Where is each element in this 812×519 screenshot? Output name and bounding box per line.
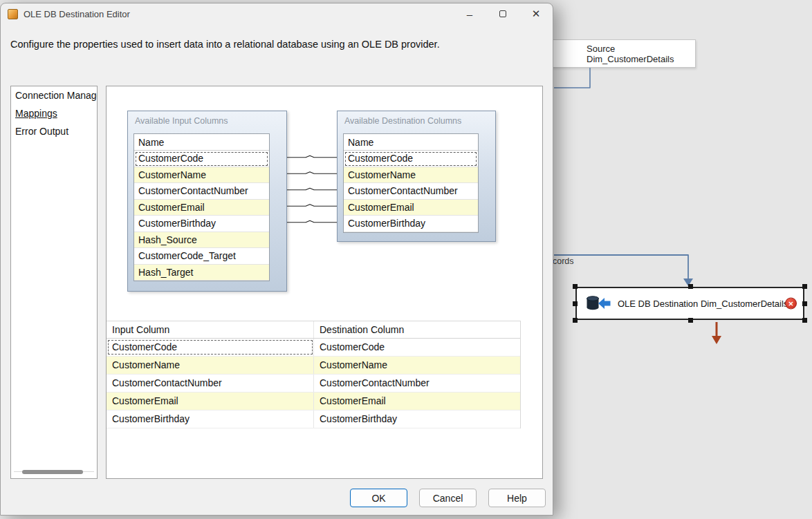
available-destination-columns-title: Available Destination Columns: [338, 111, 495, 126]
mapping-table-header-row: Input Column Destination Column: [107, 321, 520, 339]
mapping-connector-line[interactable]: [287, 188, 337, 190]
selection-handle[interactable]: [688, 284, 693, 289]
help-button[interactable]: Help: [488, 489, 546, 507]
destination-column-row[interactable]: CustomerContactNumber: [344, 183, 478, 200]
minimize-button[interactable]: –: [453, 3, 486, 24]
dialog-titlebar[interactable]: OLE DB Destination Editor – ✕: [1, 3, 553, 24]
destination-column-row[interactable]: CustomerName: [344, 167, 478, 184]
input-columns-list: Name CustomerCode CustomerName CustomerC…: [133, 133, 270, 281]
mapping-row: CustomerName CustomerName: [107, 357, 520, 375]
input-column-row[interactable]: CustomerContactNumber: [134, 183, 269, 200]
mappings-panel: Available Input Columns Name CustomerCod…: [106, 86, 543, 479]
input-column-row[interactable]: CustomerCode_Target: [134, 248, 269, 265]
dialog-title: OLE DB Destination Editor: [24, 9, 130, 19]
dialog-description: Configure the properties used to insert …: [10, 39, 440, 50]
horizontal-scrollbar-thumb[interactable]: [22, 470, 83, 474]
destination-input-path[interactable]: [554, 255, 688, 279]
ole-db-destination-editor-dialog: OLE DB Destination Editor – ✕ Configure …: [0, 3, 553, 516]
column-header-destination: Destination Column: [314, 321, 520, 338]
path-annotation[interactable]: cords: [553, 256, 574, 266]
available-input-columns-box: Available Input Columns Name CustomerCod…: [127, 111, 287, 292]
mapping-destination-cell[interactable]: CustomerName: [314, 357, 520, 374]
destination-column-row[interactable]: CustomerBirthday: [344, 216, 478, 232]
available-destination-columns-box: Available Destination Columns Name Custo…: [337, 111, 496, 242]
input-column-row[interactable]: Hash_Source: [134, 232, 269, 249]
error-icon-glyph: ✕: [788, 300, 794, 308]
maximize-icon: [499, 10, 506, 17]
column-header-input: Input Column: [107, 321, 314, 338]
source-component-label: Source Dim_CustomerDetails: [587, 44, 695, 64]
input-columns-list-header: Name: [134, 134, 269, 151]
sidebar-item-mappings[interactable]: Mappings: [11, 104, 97, 122]
destination-column-row[interactable]: CustomerCode: [344, 151, 478, 167]
mapping-row: CustomerCode CustomerCode: [107, 339, 520, 357]
mapping-connectors: [287, 86, 337, 259]
close-button[interactable]: ✕: [519, 3, 553, 24]
mapping-destination-cell[interactable]: CustomerBirthday: [314, 411, 520, 428]
input-column-row[interactable]: CustomerBirthday: [134, 216, 269, 232]
destination-column-row[interactable]: CustomerEmail: [344, 200, 478, 216]
destination-component[interactable]: OLE DB Destination Dim_CustomerDetails ✕: [575, 287, 804, 320]
mapping-input-cell[interactable]: CustomerCode: [107, 339, 314, 356]
selection-handle[interactable]: [802, 284, 807, 289]
selection-handle[interactable]: [802, 301, 807, 306]
sidebar-item-error-output[interactable]: Error Output: [11, 122, 97, 140]
input-column-row[interactable]: CustomerEmail: [134, 200, 269, 216]
mapping-row: CustomerBirthday CustomerBirthday: [107, 411, 520, 428]
mapping-connector-line[interactable]: [287, 220, 337, 223]
selection-handle[interactable]: [573, 318, 578, 323]
input-column-row[interactable]: CustomerCode: [134, 151, 269, 167]
mapping-destination-cell[interactable]: CustomerContactNumber: [314, 375, 520, 392]
source-output-path[interactable]: [554, 68, 590, 88]
mapping-destination-cell[interactable]: CustomerEmail: [314, 393, 520, 410]
mapping-row: CustomerEmail CustomerEmail: [107, 393, 520, 411]
destination-columns-list: Name CustomerCode CustomerName CustomerC…: [343, 133, 479, 233]
ok-button[interactable]: OK: [350, 489, 407, 507]
input-column-row[interactable]: CustomerName: [134, 167, 269, 184]
oledb-destination-icon: [585, 295, 611, 312]
destination-component-label: OLE DB Destination Dim_CustomerDetails: [618, 299, 788, 309]
destination-columns-list-header: Name: [344, 134, 478, 151]
page-list: Connection Manage Mappings Error Output: [10, 86, 98, 479]
mapping-input-cell[interactable]: CustomerEmail: [107, 393, 314, 410]
selection-handle[interactable]: [688, 318, 693, 323]
cancel-button[interactable]: Cancel: [419, 489, 477, 507]
mapping-destination-cell[interactable]: CustomerCode: [314, 339, 520, 356]
mapping-input-cell[interactable]: CustomerName: [107, 357, 314, 374]
error-output-arrowhead-icon: [712, 336, 721, 344]
mapping-table: Input Column Destination Column Customer…: [107, 321, 521, 428]
maximize-button[interactable]: [486, 3, 519, 24]
minimize-icon: –: [467, 8, 472, 20]
selection-handle[interactable]: [802, 318, 807, 323]
source-component[interactable]: Source Dim_CustomerDetails: [546, 39, 696, 68]
selection-handle[interactable]: [573, 284, 578, 289]
mapping-input-cell[interactable]: CustomerBirthday: [107, 411, 314, 428]
selection-handle[interactable]: [573, 301, 578, 306]
sidebar-item-connection-manager[interactable]: Connection Manage: [11, 86, 97, 104]
input-column-row[interactable]: Hash_Target: [134, 265, 269, 281]
mapping-row: CustomerContactNumber CustomerContactNum…: [107, 375, 520, 393]
mapping-connector-line[interactable]: [287, 205, 337, 207]
window-controls: – ✕: [453, 3, 553, 24]
available-input-columns-title: Available Input Columns: [128, 111, 286, 126]
mapping-input-cell[interactable]: CustomerContactNumber: [107, 375, 314, 392]
error-icon[interactable]: ✕: [785, 298, 797, 310]
mapping-connector-line[interactable]: [287, 172, 337, 174]
package-icon: [8, 9, 18, 19]
close-icon: ✕: [532, 8, 541, 20]
mapping-connector-line[interactable]: [287, 155, 337, 158]
